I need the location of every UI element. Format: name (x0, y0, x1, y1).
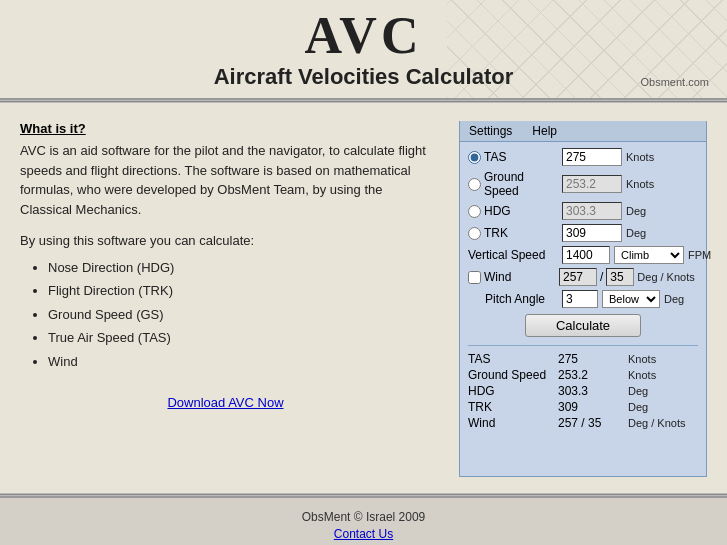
settings-panel: Settings Help TAS Knots Ground Speed (459, 121, 707, 477)
left-panel: What is it? AVC is an aid software for t… (20, 121, 441, 477)
results-section: TAS 275 Knots Ground Speed 253.2 Knots H… (468, 345, 698, 430)
result-trk-label: TRK (468, 400, 558, 414)
gs-radio[interactable] (468, 178, 481, 191)
result-gs-label: Ground Speed (468, 368, 558, 382)
tas-radio[interactable] (468, 151, 481, 164)
result-hdg-row: HDG 303.3 Deg (468, 384, 698, 398)
result-trk-value: 309 (558, 400, 628, 414)
menu-help[interactable]: Help (529, 123, 560, 139)
vs-unit: FPM (688, 249, 711, 261)
wind-dir-input[interactable] (559, 268, 597, 286)
what-is-it-heading: What is it? (20, 121, 431, 136)
vs-label: Vertical Speed (468, 248, 558, 262)
trk-radio[interactable] (468, 227, 481, 240)
footer-copyright: ObsMent © Israel 2009 (0, 510, 727, 524)
hdg-input[interactable] (562, 202, 622, 220)
settings-body: TAS Knots Ground Speed Knots HDG (460, 142, 706, 438)
result-tas-row: TAS 275 Knots (468, 352, 698, 366)
result-hdg-label: HDG (468, 384, 558, 398)
main-content: What is it? AVC is an aid software for t… (0, 103, 727, 493)
wind-unit2: Knots (667, 271, 695, 283)
result-wind-row: Wind 257 / 35 Deg / Knots (468, 416, 698, 430)
vs-input[interactable] (562, 246, 610, 264)
gs-unit: Knots (626, 178, 654, 190)
feature-list: Nose Direction (HDG)Flight Direction (TR… (20, 256, 431, 373)
gs-radio-label[interactable]: Ground Speed (468, 170, 558, 198)
header: AVC Aircraft Velocities Calculator Obsme… (0, 0, 727, 100)
result-wind-unit2: Knots (657, 417, 685, 429)
hdg-unit: Deg (626, 205, 646, 217)
result-trk-unit: Deg (628, 401, 648, 413)
vs-row: Vertical Speed Climb Descend FPM (468, 246, 698, 264)
trk-input[interactable] (562, 224, 622, 242)
tas-row: TAS Knots (468, 148, 698, 166)
wind-label: Wind (484, 270, 556, 284)
tas-unit: Knots (626, 151, 654, 163)
result-hdg-value: 303.3 (558, 384, 628, 398)
gs-input[interactable] (562, 175, 622, 193)
gs-row: Ground Speed Knots (468, 170, 698, 198)
list-item: Ground Speed (GS) (48, 303, 431, 326)
wind-checkbox[interactable] (468, 271, 481, 284)
list-item: Nose Direction (HDG) (48, 256, 431, 279)
using-text: By using this software you can calculate… (20, 233, 431, 248)
description-text: AVC is an aid software for the pilot and… (20, 141, 431, 219)
result-trk-row: TRK 309 Deg (468, 400, 698, 414)
hdg-row: HDG Deg (468, 202, 698, 220)
wind-separator: / (600, 270, 603, 284)
menu-settings[interactable]: Settings (466, 123, 515, 139)
result-wind-label: Wind (468, 416, 558, 430)
footer-contact-link[interactable]: Contact Us (0, 527, 727, 541)
result-tas-label: TAS (468, 352, 558, 366)
calculate-button[interactable]: Calculate (525, 314, 641, 337)
pitch-row: Pitch Angle Below Above Deg (468, 290, 698, 308)
result-wind-unit1: Deg (628, 417, 648, 429)
list-item: Flight Direction (TRK) (48, 279, 431, 302)
result-tas-value: 275 (558, 352, 628, 366)
hdg-radio-label[interactable]: HDG (468, 204, 558, 218)
tas-input[interactable] (562, 148, 622, 166)
trk-radio-label[interactable]: TRK (468, 226, 558, 240)
pitch-unit: Deg (664, 293, 684, 305)
wind-speed-input[interactable] (606, 268, 634, 286)
footer: ObsMent © Israel 2009 Contact Us (0, 496, 727, 545)
result-wind-value: 257 / 35 (558, 416, 628, 430)
result-hdg-unit: Deg (628, 385, 648, 397)
wind-row: Wind / Deg / Knots (468, 268, 698, 286)
tas-radio-label[interactable]: TAS (468, 150, 558, 164)
result-gs-value: 253.2 (558, 368, 628, 382)
trk-unit: Deg (626, 227, 646, 239)
pitch-direction-select[interactable]: Below Above (602, 290, 660, 308)
pitch-input[interactable] (562, 290, 598, 308)
hdg-radio[interactable] (468, 205, 481, 218)
result-tas-unit: Knots (628, 353, 656, 365)
settings-menubar: Settings Help (460, 121, 706, 142)
trk-row: TRK Deg (468, 224, 698, 242)
list-item: Wind (48, 350, 431, 373)
pitch-label: Pitch Angle (468, 292, 558, 306)
list-item: True Air Speed (TAS) (48, 326, 431, 349)
download-link[interactable]: Download AVC Now (20, 395, 431, 410)
result-gs-row: Ground Speed 253.2 Knots (468, 368, 698, 382)
obsment-link[interactable]: Obsment.com (641, 76, 709, 88)
result-gs-unit: Knots (628, 369, 656, 381)
wind-unit1: Deg (637, 271, 657, 283)
vs-direction-select[interactable]: Climb Descend (614, 246, 684, 264)
